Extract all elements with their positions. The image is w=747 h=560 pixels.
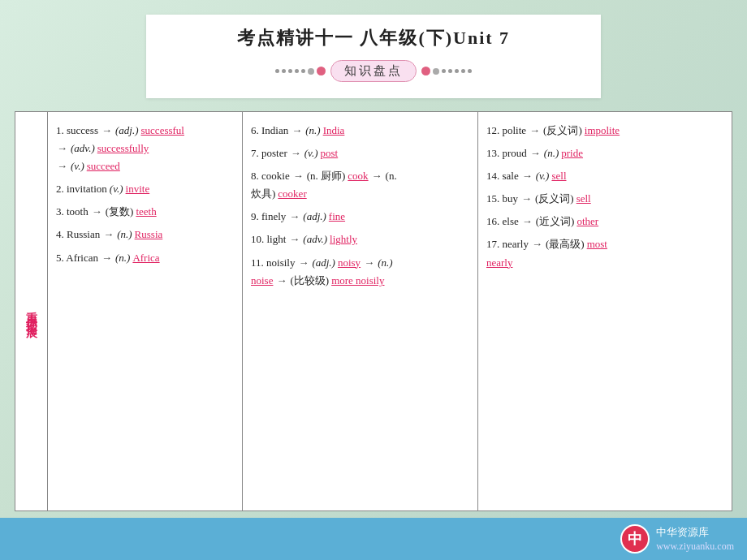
dot [421, 67, 430, 75]
arrow: → [291, 122, 302, 140]
pos: (adv.) [303, 230, 327, 248]
derived: impolite [585, 122, 620, 140]
entry-line: 8. cookie → (n. 厨师) cook → (n. [251, 167, 469, 185]
dot [442, 69, 446, 73]
arrow: → [92, 203, 102, 221]
derived: most [587, 235, 607, 253]
arrow: → [103, 226, 114, 243]
pos: (n.) [115, 249, 130, 267]
entry-14: 14. sale → (v.) sell [486, 167, 723, 185]
arrow: → [293, 167, 304, 185]
pos: (n. 厨师) [307, 167, 346, 185]
entry-9: 9. finely → (adj.) fine [251, 208, 469, 226]
derived: pride [561, 144, 583, 162]
dot [282, 69, 286, 73]
arrow: → [289, 230, 300, 248]
word: 2. invitation [56, 180, 107, 198]
derived: fine [329, 208, 345, 226]
derived2: cooker [278, 185, 306, 203]
dot [468, 69, 472, 73]
arrow: → [522, 167, 533, 185]
section-label: 重点词汇拓展 [15, 112, 48, 510]
derived: invite [126, 180, 150, 198]
pos: (n.) [544, 144, 559, 162]
derived: noisy [338, 254, 361, 272]
entry-line: 15. buy → (反义词) sell [486, 190, 723, 208]
main-container: 考点精讲十一 八年级(下)Unit 7 知识盘点 [0, 0, 747, 560]
word: 9. finely [251, 208, 286, 226]
columns-area: 1. success → (adj.) successful → (adv.) … [48, 112, 732, 510]
derived: Russia [135, 226, 163, 243]
pos: (v.) [304, 144, 318, 162]
entry-8: 8. cookie → (n. 厨师) cook → (n. 炊具) cooke… [251, 167, 469, 203]
pos: (反义词) [535, 190, 574, 208]
entry-line: 6. Indian → (n.) India [251, 122, 469, 140]
word: 5. African [56, 249, 98, 267]
pos: (复数) [106, 203, 134, 221]
word: 16. else [486, 213, 519, 230]
title-main: 考点精讲十一 八年级(下)Unit 7 [195, 26, 552, 50]
word: 11. noisily [251, 254, 295, 272]
derived: successfully [97, 140, 149, 157]
note: 炊具) [251, 185, 275, 203]
pos: (最高级) [546, 235, 585, 253]
entry-10: 10. light → (adv.) lightly [251, 230, 469, 248]
pos: (n.) [305, 122, 320, 140]
derived2: noise [251, 272, 273, 290]
entry-6: 6. Indian → (n.) India [251, 122, 469, 140]
entry-5: 5. African → (n.) Africa [56, 249, 234, 267]
word: 4. Russian [56, 226, 100, 243]
pos: (v.) [536, 167, 550, 185]
derived: teeth [136, 203, 156, 221]
entry-line: → (adv.) successfully [56, 140, 234, 157]
dots-right [421, 67, 472, 75]
dot [317, 67, 326, 75]
derived: lightly [330, 230, 357, 248]
section-label-text: 重点词汇拓展 [24, 302, 38, 321]
arrow: → [101, 122, 112, 140]
arrow: → [529, 122, 540, 140]
word: 3. tooth [56, 203, 89, 221]
entry-line: 11. noisily → (adj.) noisy → (n.) [251, 254, 469, 272]
logo-char: 中 [628, 529, 642, 549]
entry-line: 炊具) cooker [251, 185, 469, 203]
dots-left [275, 67, 326, 75]
entry-15: 15. buy → (反义词) sell [486, 190, 723, 208]
arrow: → [372, 167, 382, 185]
entry-line: 5. African → (n.) Africa [56, 249, 234, 267]
pos: (adj.) [115, 122, 139, 140]
derived: India [323, 122, 345, 140]
derived3: more noisily [331, 272, 384, 290]
dot [308, 68, 314, 75]
entry-line: 7. poster → (v.) post [251, 144, 469, 162]
pos: (v.) [110, 180, 123, 198]
entry-7: 7. poster → (v.) post [251, 144, 469, 162]
derived: cook [348, 167, 368, 185]
pos: (adv.) [71, 140, 95, 157]
entry-line: 2. invitation (v.) invite [56, 180, 234, 198]
logo-circle: 中 [620, 524, 650, 554]
pos: (反义词) [543, 122, 582, 140]
dot [288, 69, 292, 73]
entry-line: 14. sale → (v.) sell [486, 167, 723, 185]
derived: successful [141, 122, 184, 140]
arrow: → [532, 235, 542, 253]
column-2: 6. Indian → (n.) India 7. poster → (v.) … [243, 112, 478, 510]
pos: (n.) [117, 226, 132, 243]
word: 17. nearly [486, 235, 529, 253]
logo-site: www.ziyuanku.com [656, 540, 734, 554]
entry-line: 9. finely → (adj.) fine [251, 208, 469, 226]
arrow: → [57, 157, 67, 175]
word: 15. buy [486, 190, 518, 208]
title-subtitle: 知识盘点 [195, 60, 552, 82]
entry-16: 16. else → (近义词) other [486, 213, 723, 230]
arrow: → [101, 249, 112, 267]
derived: succeed [87, 157, 120, 175]
entry-1: 1. success → (adj.) successful → (adv.) … [56, 122, 234, 175]
entry-17: 17. nearly → (最高级) most nearly [486, 235, 723, 271]
entry-11: 11. noisily → (adj.) noisy → (n.) noise … [251, 254, 469, 290]
entry-line: 3. tooth → (复数) teeth [56, 203, 234, 221]
pos: (adj.) [303, 208, 326, 226]
entry-line: 13. proud → (n.) pride [486, 144, 723, 162]
bottom-bar: 中 中华资源库 www.ziyuanku.com [0, 518, 747, 560]
